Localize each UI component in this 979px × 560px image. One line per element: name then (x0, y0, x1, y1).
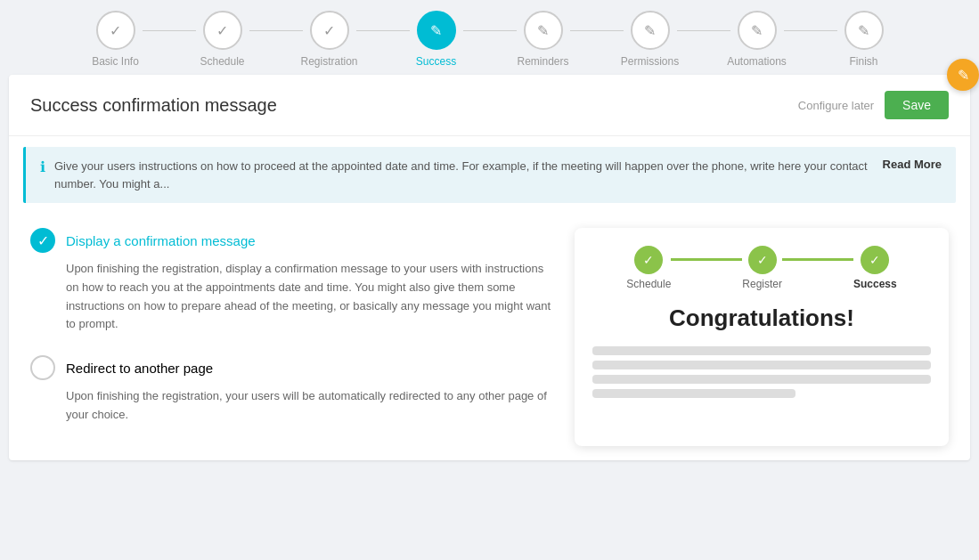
step-label-permissions: Permissions (621, 55, 679, 68)
preview-connector-1 (782, 258, 853, 261)
step-label-schedule: Schedule (200, 55, 244, 68)
nav-step-basic-info[interactable]: ✓Basic Info (62, 11, 169, 68)
option-title-display-confirmation: Display a confirmation message (66, 233, 256, 248)
placeholder-lines (592, 346, 931, 398)
step-label-registration: Registration (300, 55, 357, 68)
option-redirect-page: Redirect to another pageUpon finishing t… (30, 355, 553, 425)
step-circle-permissions: ✎ (631, 11, 670, 50)
nav-step-reminders[interactable]: ✎Reminders (490, 11, 597, 68)
placeholder-line-2 (592, 375, 931, 384)
nav-step-registration[interactable]: ✓Registration (276, 11, 383, 68)
options-area: ✓Display a confirmation messageUpon fini… (9, 214, 970, 460)
preview-steps: ✓Schedule✓Register✓Success (592, 246, 931, 290)
option-header-redirect-page: Redirect to another page (30, 355, 553, 380)
preview-step-label-2: Success (853, 278, 897, 290)
step-label-reminders: Reminders (517, 55, 568, 68)
option-desc-redirect-page: Upon finishing the registration, your us… (30, 387, 553, 425)
preview-step-circle-0: ✓ (634, 246, 663, 274)
info-icon: ℹ (40, 158, 45, 175)
nav-step-success[interactable]: ✎Success (383, 11, 490, 68)
nav-step-finish[interactable]: ✎Finish (811, 11, 918, 68)
option-desc-display-confirmation: Upon finishing the registration, display… (30, 260, 553, 334)
page-title: Success confirmation message (30, 95, 277, 116)
step-circle-reminders: ✎ (524, 11, 563, 50)
nav-step-schedule[interactable]: ✓Schedule (169, 11, 276, 68)
placeholder-line-3 (592, 389, 795, 398)
option-display-confirmation: ✓Display a confirmation messageUpon fini… (30, 228, 553, 334)
step-circle-basic-info: ✓ (96, 11, 135, 50)
placeholder-line-1 (592, 361, 931, 369)
preview-step-circle-2: ✓ (861, 246, 889, 274)
header-actions: Configure later Save (798, 91, 949, 119)
preview-step-2: ✓Success (853, 246, 897, 290)
preview-step-circle-1: ✓ (748, 246, 777, 274)
options-list: ✓Display a confirmation messageUpon fini… (30, 228, 553, 446)
step-circle-automations: ✎ (738, 11, 777, 50)
preview-step-0: ✓Schedule (626, 246, 671, 290)
step-label-finish: Finish (849, 55, 877, 68)
preview-step-label-1: Register (742, 278, 782, 290)
edit-fab-button[interactable]: ✎ (947, 59, 979, 91)
step-circle-success: ✎ (417, 11, 456, 50)
option-header-display-confirmation: ✓Display a confirmation message (30, 228, 553, 253)
step-navigation: ✓Basic Info✓Schedule✓Registration✎Succes… (0, 0, 979, 75)
content-header: Success confirmation message Configure l… (9, 75, 970, 136)
info-bar: ℹ Give your users instructions on how to… (23, 147, 956, 203)
preview-card: ✓Schedule✓Register✓Success Congratulatio… (575, 228, 949, 446)
save-button[interactable]: Save (885, 91, 949, 119)
placeholder-line-0 (592, 346, 931, 355)
step-label-automations: Automations (727, 55, 787, 68)
step-label-basic-info: Basic Info (92, 55, 139, 68)
step-circle-finish: ✎ (844, 11, 884, 50)
step-circle-registration: ✓ (310, 11, 349, 50)
info-bar-text: Give your users instructions on how to p… (54, 158, 874, 192)
preview-step-1: ✓Register (742, 246, 782, 290)
read-more-link[interactable]: Read More (883, 158, 942, 171)
step-circle-schedule: ✓ (203, 11, 242, 50)
radio-display-confirmation[interactable]: ✓ (30, 228, 55, 253)
step-label-success: Success (416, 55, 456, 68)
option-title-redirect-page: Redirect to another page (66, 361, 213, 376)
nav-step-automations[interactable]: ✎Automations (704, 11, 811, 68)
preview-connector-0 (671, 258, 742, 261)
radio-redirect-page[interactable] (30, 355, 55, 380)
preview-step-label-0: Schedule (626, 278, 671, 290)
main-content: ✎ Success confirmation message Configure… (9, 75, 970, 460)
nav-step-permissions[interactable]: ✎Permissions (597, 11, 704, 68)
configure-later-button[interactable]: Configure later (798, 99, 874, 112)
congrats-text: Congratulations! (592, 304, 931, 332)
